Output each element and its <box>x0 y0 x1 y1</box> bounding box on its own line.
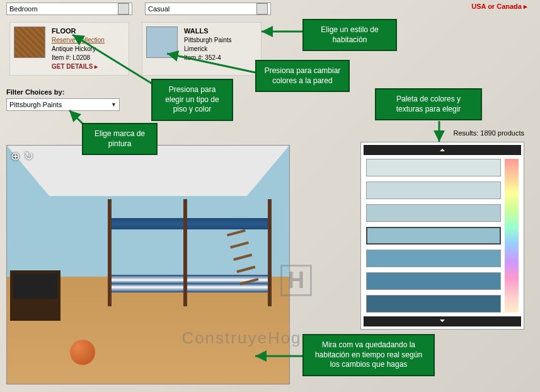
style-dropdown[interactable]: Casual ▼ <box>145 3 271 15</box>
color-palette <box>360 142 524 330</box>
floor-swatch[interactable] <box>14 26 45 58</box>
style-dropdown-value: Casual <box>148 5 169 13</box>
palette-swatch[interactable] <box>366 295 501 313</box>
room-dropdown[interactable]: Bedroom ▼ <box>6 3 132 15</box>
chevron-down-icon: ▼ <box>111 101 117 108</box>
palette-scroll-down[interactable] <box>364 316 521 326</box>
walls-brand: Pittsburgh Paints <box>184 36 232 45</box>
arrow-floor <box>69 32 158 91</box>
watermark-logo: H <box>280 265 312 296</box>
filter-dropdown[interactable]: Pittsburgh Paints ▼ <box>6 98 120 111</box>
arrow-palette <box>436 120 449 147</box>
hue-strip[interactable] <box>505 159 519 313</box>
callout-palette: Paleta de colores y texturas para elegir <box>375 88 482 120</box>
room-dropdown-value: Bedroom <box>9 5 38 13</box>
callout-floor: Presiona para elegir un tipo de piso y c… <box>151 79 233 121</box>
palette-swatch[interactable] <box>366 159 501 176</box>
arrow-walls <box>164 50 258 78</box>
walls-title: WALLS <box>184 26 232 36</box>
results-count: Results: 1890 products <box>453 129 524 137</box>
zoom-in-icon[interactable]: ⊕ <box>11 149 20 163</box>
palette-swatch[interactable] <box>366 227 501 245</box>
room-preview: ⊕ ↻ <box>6 145 290 384</box>
chevron-down-icon: ▼ <box>263 6 268 12</box>
palette-swatch[interactable] <box>366 250 501 267</box>
callout-live: Mira com va quedadando la habitación en … <box>302 334 435 376</box>
palette-swatch[interactable] <box>366 182 501 199</box>
palette-swatch[interactable] <box>366 272 501 290</box>
reset-icon[interactable]: ↻ <box>24 149 33 163</box>
callout-brand: Elige marca de pintura <box>82 123 158 155</box>
svg-line-1 <box>167 54 255 72</box>
svg-line-2 <box>72 35 154 85</box>
palette-swatch[interactable] <box>366 204 501 222</box>
callout-style: Elige un estilo de habitación <box>302 19 397 51</box>
callout-walls: Presiona para cambiar colores a la pared <box>255 60 350 92</box>
arrow-live <box>252 350 309 365</box>
arrow-style <box>258 28 309 43</box>
filter-value: Pittsburgh Paints <box>9 101 62 108</box>
region-link[interactable]: USA or Canada <box>471 3 527 11</box>
